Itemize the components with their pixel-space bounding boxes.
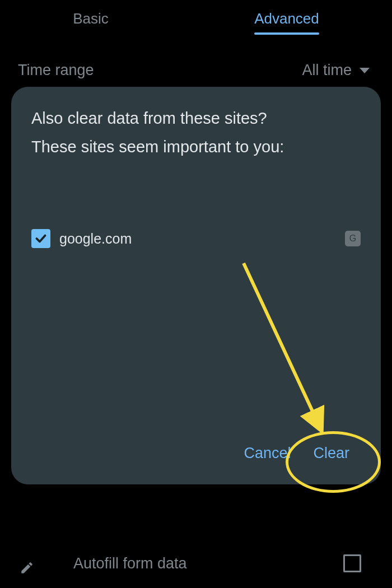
site-favicon-badge: G — [345, 231, 361, 246]
site-name: google.com — [59, 231, 336, 247]
tabs-bar: Basic Advanced — [0, 0, 392, 35]
autofill-row[interactable]: Autofill form data — [0, 554, 392, 572]
tab-basic[interactable]: Basic — [73, 10, 109, 35]
time-range-selected: All time — [302, 62, 352, 79]
checkmark-icon — [34, 231, 48, 246]
tab-advanced[interactable]: Advanced — [254, 10, 319, 35]
autofill-checkbox[interactable] — [343, 554, 361, 572]
dialog-title-line2: These sites seem important to you: — [31, 138, 361, 156]
site-checkbox[interactable] — [31, 229, 50, 248]
clear-button[interactable]: Clear — [313, 445, 349, 462]
cancel-button[interactable]: Cancel — [244, 445, 291, 462]
time-range-row[interactable]: Time range All time — [0, 62, 392, 79]
dialog-title-line1: Also clear data from these sites? — [31, 109, 361, 128]
site-list: google.com G — [31, 229, 361, 445]
pencil-icon — [20, 561, 34, 575]
site-row[interactable]: google.com G — [31, 229, 361, 248]
confirmation-dialog: Also clear data from these sites? These … — [11, 87, 381, 484]
time-range-value: All time — [302, 62, 370, 79]
dropdown-triangle-icon — [360, 68, 370, 73]
dialog-actions: Cancel Clear — [31, 445, 361, 468]
autofill-label: Autofill form data — [73, 555, 343, 572]
time-range-label: Time range — [18, 62, 94, 79]
